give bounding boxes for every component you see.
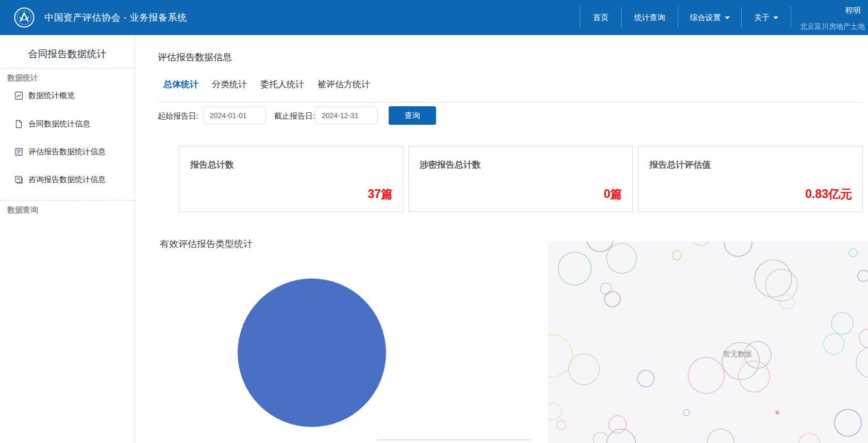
legend-divider [377,439,531,440]
sidebar-item-consulting-report-data[interactable]: 咨询报告数据统计信息 [14,174,106,185]
caret-down-icon [725,17,730,19]
stat-card-classified-reports: 涉密报告总计数 0篇 [408,146,633,212]
stat-card-label: 报告总计评估值 [649,159,711,171]
sidebar-section-data-query: 数据查询 [7,205,38,215]
user-name[interactable]: 程明 [845,6,861,15]
stat-card-value: 0.83亿元 [805,186,852,202]
association-emblem-icon[interactable] [13,7,35,28]
nav-item-statistics-query[interactable]: 统计查询 [622,0,678,35]
end-date-input[interactable] [315,107,378,124]
page-title: 评估报告数据信息 [158,51,232,63]
empty-chart-panel: 暂无数据 [548,241,868,443]
chart-overview-icon [14,91,23,100]
top-nav-menu: 首页 统计查询 综合设置 关于 [580,0,791,35]
sidebar-item-contract-data[interactable]: 合同数据统计信息 [14,118,90,129]
stat-card-total-reports: 报告总计数 37篇 [179,146,404,212]
nav-item-home[interactable]: 首页 [580,0,621,35]
report-lines-icon [14,147,23,156]
no-data-placeholder: 暂无数据 [723,350,752,359]
tab-bar-divider [158,102,863,103]
stat-card-value: 37篇 [368,186,393,202]
pie-chart-svg [238,278,386,427]
copy-document-icon [14,175,23,184]
pie-chart [238,278,386,427]
user-organization[interactable]: 北京富川房地产土地 [800,22,865,31]
stat-card-label: 报告总计数 [190,159,234,171]
tab-overall-statistics[interactable]: 总体统计 [163,78,198,97]
sidebar-item-label: 评估报告数据统计信息 [28,147,106,157]
tab-bar: 总体统计 分类统计 委托人统计 被评估方统计 [163,78,370,97]
sidebar-divider [0,200,135,201]
stat-card-total-appraised-value: 报告总计评估值 0.83亿元 [638,146,863,212]
main-content: 评估报告数据信息 总体统计 分类统计 委托人统计 被评估方统计 起始报告日: 截… [135,35,868,443]
top-navbar: 中国资产评估协会 - 业务报备系统 首页 统计查询 综合设置 关于 程明 北京富… [0,0,868,35]
document-icon [14,120,23,128]
pie-slice [238,278,386,427]
nav-divider [791,7,791,28]
chart-section-title: 有效评估报告类型统计 [160,238,253,250]
sidebar-item-label: 咨询报告数据统计信息 [28,175,106,185]
stat-card-value: 0篇 [604,186,622,202]
empty-chart-bubbles-decoration [548,241,868,443]
app-title: 中国资产评估协会 - 业务报备系统 [44,0,187,35]
start-date-label: 起始报告日: [158,111,198,121]
sidebar: 合同报告数据统计 数据统计 数据统计概览 合同数据统计信息 [0,35,135,443]
sidebar-divider [0,68,135,69]
sidebar-item-appraisal-report-data[interactable]: 评估报告数据统计信息 [14,146,106,157]
sidebar-section-data-statistics: 数据统计 [7,73,38,83]
sidebar-item-label: 合同数据统计信息 [28,119,90,129]
nav-item-settings[interactable]: 综合设置 [678,0,741,35]
tab-category-statistics[interactable]: 分类统计 [212,78,247,97]
caret-down-icon [773,17,778,19]
query-button[interactable]: 查询 [389,106,436,125]
stat-card-label: 涉密报告总计数 [420,159,481,171]
sidebar-item-data-overview[interactable]: 数据统计概览 [14,90,75,101]
start-date-input[interactable] [203,107,266,124]
nav-item-about[interactable]: 关于 [742,0,791,35]
tab-client-statistics[interactable]: 委托人统计 [260,78,304,97]
sidebar-title: 合同报告数据统计 [0,47,135,61]
app-window: 中国资产评估协会 - 业务报备系统 首页 统计查询 综合设置 关于 程明 北京富… [0,0,868,443]
end-date-label: 截止报告日: [274,111,315,121]
sidebar-item-label: 数据统计概览 [28,91,75,101]
tab-appraised-party-statistics[interactable]: 被评估方统计 [318,78,370,97]
